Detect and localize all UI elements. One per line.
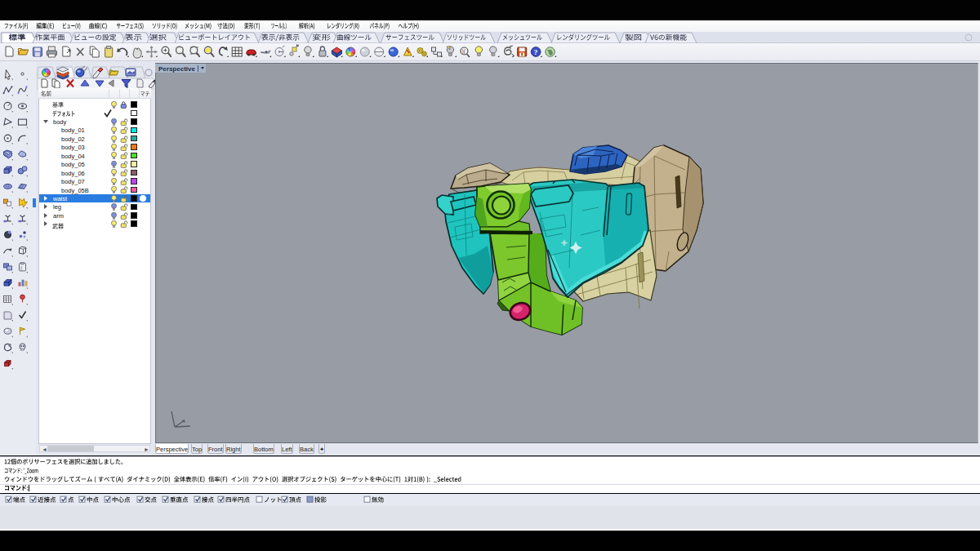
svg-text:||: || <box>20 265 23 270</box>
svg-text:?: ? <box>534 48 538 56</box>
svg-text:)(: )( <box>462 48 466 55</box>
